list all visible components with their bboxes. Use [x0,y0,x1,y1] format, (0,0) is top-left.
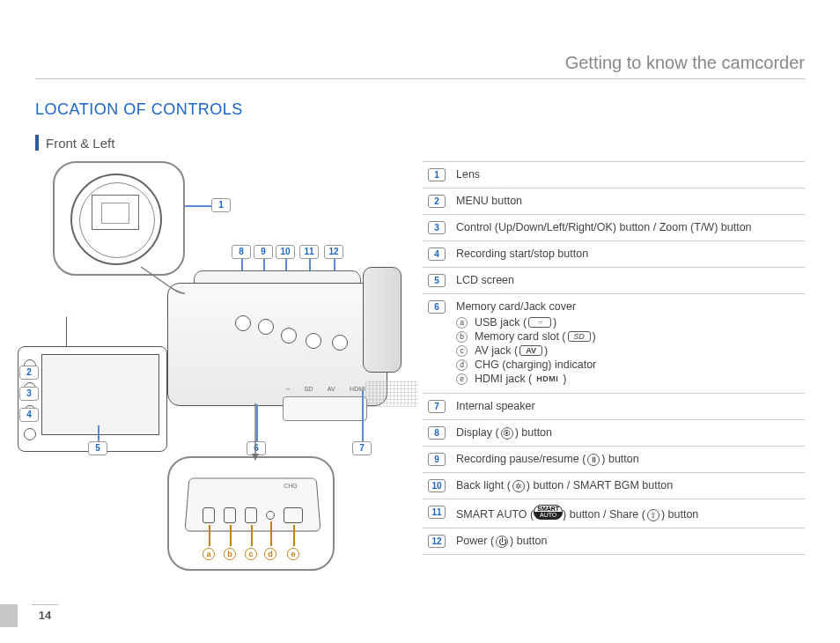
jack-icons-row: ⎓ SD AV HDMI [286,386,365,392]
legend-sub-letter: e [456,373,468,385]
legend-glyph-icon: ⏻ [496,536,508,548]
legend-num-badge: 7 [428,400,446,413]
usb-icon: ⎓ [286,386,290,392]
callout-9: 9 [254,245,273,259]
subsection-title: Front & Left [46,136,114,151]
legend-text-cell: Memory card/Jack coveraUSB jack (⎓)bMemo… [451,294,805,394]
legend-num-badge: 12 [428,535,446,548]
legend-row: 9Recording pause/resume (⏸) button [423,447,805,473]
callout-5: 5 [88,441,107,455]
legend-sub-letter: d [456,359,468,371]
legend-row: 6Memory card/Jack coveraUSB jack (⎓)bMem… [423,294,805,394]
legend-row: 3Control (Up/Down/Left/Right/OK) button … [423,215,805,241]
controls-diagram: 1 8 9 10 11 12 SAMSUNG [35,161,405,575]
legend-text-cell: Recording pause/resume (⏸) button [451,447,805,473]
lens-window [92,195,139,230]
av-icon: AV [328,386,335,392]
legend-glyph-icon: ⏸ [587,454,600,466]
lcd-screen [41,354,159,435]
callout-b: b [224,548,236,560]
legend-num-badge: 3 [428,221,446,234]
lcd-panel [18,346,167,452]
legend-num-badge: 9 [428,453,446,466]
legend-text-cell: Lens [451,162,805,188]
legend-text-cell: Control (Up/Down/Left/Right/OK) button /… [451,215,805,241]
camcorder-grip [363,267,402,373]
callout-d: d [264,548,276,560]
legend-row: 4Recording start/stop button [423,241,805,268]
legend-sub-row: eHDMI jack (HDMI) [456,373,799,385]
subsection-heading: Front & Left [35,135,805,151]
jack-cover [283,396,367,421]
page-number: 14 [32,604,58,622]
legend-text-cell: Power (⏻) button [451,528,805,555]
legend-num-cell: 3 [423,215,451,241]
camcorder-side: SAMSUNG ⎓ SD AV HDMI [167,283,387,406]
leader-line [251,525,253,546]
leader-line [293,525,295,546]
legend-num-badge: 2 [428,195,446,208]
legend-text-cell: SMART AUTO (AUTO) button / Share (⇪) but… [451,499,805,528]
legend-row: 7Internal speaker [423,394,805,420]
usb-port [203,507,215,523]
legend-row: 8Display (⦿) button [423,420,805,447]
chg-label: CHG [282,483,299,489]
legend-num-cell: 12 [423,528,451,555]
legend-num-badge: 4 [428,248,446,261]
legend-num-cell: 9 [423,447,451,473]
page-edge-tab [0,604,18,627]
legend-sub-row: dCHG (charging) indicator [456,358,799,371]
jack-cover-inset: CHG a b c d e [167,456,335,571]
hdmi-port [284,507,303,523]
legend-num-cell: 11 [423,499,451,528]
legend-num-cell: 5 [423,268,451,294]
legend-text-cell: Display (⦿) button [451,420,805,447]
leader-line [256,404,258,441]
legend-num-cell: 4 [423,241,451,268]
legend-glyph-icon: ⇪ [647,509,659,521]
sd-icon: SD [305,386,313,392]
legend-text-cell: Recording start/stop button [451,241,805,268]
legend-text-cell: Internal speaker [451,394,805,420]
callout-12: 12 [324,245,343,259]
legend-sub-row: aUSB jack (⎓) [456,316,799,329]
callout-7: 7 [352,441,372,455]
accent-bar [35,135,39,151]
legend-sub-row: bMemory card slot (SD) [456,330,799,343]
legend-sub-row: cAV jack (AV) [456,344,799,357]
callout-10: 10 [276,245,295,259]
backlight-button-icon [281,328,297,344]
legend-num-cell: 6 [423,294,451,394]
legend-row: 2MENU button [423,188,805,215]
chg-led [266,511,275,520]
jack-panel [184,478,321,532]
legend-row: 10Back light (✲) button / SMART BGM butt… [423,473,805,499]
controls-legend: 1Lens2MENU button3Control (Up/Down/Left/… [423,161,805,555]
callout-2: 2 [19,366,39,380]
callout-6: 6 [247,441,266,455]
legend-sub-letter: b [456,331,468,343]
legend-sub-glyph-icon: AV [519,345,542,356]
legend-row: 5LCD screen [423,268,805,294]
legend-num-badge: 11 [428,506,446,519]
callout-4: 4 [19,408,39,422]
callout-c: c [245,548,257,560]
smart-auto-icon: AUTO [534,505,563,520]
av-port [245,507,257,523]
legend-text-cell: MENU button [451,188,805,215]
legend-glyph-icon: ✲ [512,480,525,492]
callout-e: e [287,548,299,560]
legend-num-badge: 1 [428,168,446,181]
legend-sub-glyph-icon: HDMI [534,374,561,383]
sd-slot [224,507,236,523]
legend-text-cell: LCD screen [451,268,805,294]
callout-1: 1 [211,198,231,212]
legend-row: 1Lens [423,162,805,188]
power-button-icon [332,335,348,351]
legend-num-badge: 8 [428,426,446,440]
legend-num-badge: 5 [428,274,446,287]
leader-line [230,525,232,546]
speaker-grill [365,381,418,407]
legend-num-cell: 10 [423,473,451,499]
smart-auto-button-icon [306,333,321,349]
